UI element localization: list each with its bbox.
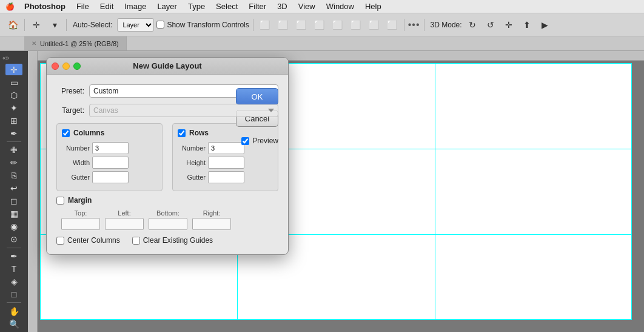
distribute-center-button[interactable]: ⬜ xyxy=(384,17,400,33)
distribute-left-button[interactable]: ⬜ xyxy=(366,17,382,33)
menu-help[interactable]: Help xyxy=(360,1,386,12)
toolbar-collapse[interactable]: «» xyxy=(0,53,28,63)
menu-type[interactable]: Type xyxy=(183,1,210,12)
tool-eyedropper[interactable]: ✒ xyxy=(5,127,22,139)
document-tab[interactable]: ✕ Untitled-1 @ 25% (RGB/8) xyxy=(24,36,127,50)
menu-layer[interactable]: Layer xyxy=(152,1,182,12)
align-center-h-button[interactable]: ⬜ xyxy=(275,17,291,33)
rows-height-input[interactable] xyxy=(208,157,244,169)
show-transform-checkbox[interactable] xyxy=(156,21,164,29)
menu-view[interactable]: View xyxy=(293,1,320,12)
close-icon[interactable]: ✕ xyxy=(32,40,36,47)
target-select[interactable]: Canvas xyxy=(89,104,278,117)
menu-edit[interactable]: Edit xyxy=(95,1,118,12)
move-tool-button[interactable]: ✛ xyxy=(29,17,44,33)
3d-slide-button[interactable]: ⬆ xyxy=(519,17,535,33)
align-right-button[interactable]: ⬜ xyxy=(293,17,309,33)
rows-checkbox[interactable] xyxy=(178,129,186,137)
tool-heal[interactable]: ✙ xyxy=(5,144,22,156)
apple-menu[interactable]: 🍎 xyxy=(5,2,15,12)
dialog-close-button[interactable] xyxy=(52,63,59,70)
preset-label: Preset: xyxy=(56,87,84,95)
target-row: Target: Canvas xyxy=(56,104,278,117)
preview-checkbox[interactable] xyxy=(241,137,249,145)
columns-checkbox[interactable] xyxy=(62,129,70,137)
margin-left-input[interactable] xyxy=(105,218,144,230)
margin-bottom-label: Bottom: xyxy=(156,209,179,217)
left-toolbar: «» ✛ ▭ ⬡ ✦ ⊞ ✒ ✙ ✏ ⎘ ↩ ◻ ▦ ◉ ⊙ ✒ T ◈ □ ✋… xyxy=(0,51,28,332)
sections-row: Columns Number Width Gutter xyxy=(56,123,278,191)
menu-select[interactable]: Select xyxy=(211,1,243,12)
columns-label[interactable]: Columns xyxy=(73,129,104,137)
align-bottom-button[interactable]: ⬜ xyxy=(348,17,364,33)
tool-dodge[interactable]: ⊙ xyxy=(5,234,22,245)
home-button[interactable]: 🏠 xyxy=(5,17,21,33)
tool-crop[interactable]: ⊞ xyxy=(5,115,22,126)
menu-image[interactable]: Image xyxy=(119,1,151,12)
dialog-minimize-button[interactable] xyxy=(62,63,70,70)
rows-gutter-input[interactable] xyxy=(208,171,244,183)
tool-shape[interactable]: □ xyxy=(5,288,22,300)
margin-top-input[interactable] xyxy=(61,218,100,230)
dialog-maximize-button[interactable] xyxy=(73,63,81,70)
rows-number-input[interactable] xyxy=(208,142,244,154)
clear-guides-label[interactable]: Clear Existing Guides xyxy=(132,236,213,245)
align-left-button[interactable]: ⬜ xyxy=(257,17,273,33)
tool-zoom[interactable]: 🔍 xyxy=(5,318,22,330)
rows-gutter-label: Gutter xyxy=(178,174,206,181)
menu-filter[interactable]: Filter xyxy=(244,1,271,12)
3d-rotate-button[interactable]: ↻ xyxy=(465,17,480,33)
move-dropdown[interactable]: ▾ xyxy=(47,17,62,33)
tool-history-brush[interactable]: ↩ xyxy=(5,183,22,194)
tool-magic-wand[interactable]: ✦ xyxy=(5,102,22,113)
menu-photoshop[interactable]: Photoshop xyxy=(19,1,70,12)
3d-scale-button[interactable]: ▶ xyxy=(537,17,553,33)
rows-number-label: Number xyxy=(178,144,206,152)
tool-eraser[interactable]: ◻ xyxy=(5,195,22,207)
tool-lasso[interactable]: ⬡ xyxy=(5,89,22,101)
more-options-button[interactable]: ••• xyxy=(408,19,420,30)
columns-gutter-input[interactable] xyxy=(92,171,129,183)
main-area: «» ✛ ▭ ⬡ ✦ ⊞ ✒ ✙ ✏ ⎘ ↩ ◻ ▦ ◉ ⊙ ✒ T ◈ □ ✋… xyxy=(0,51,644,332)
margin-right-label: Right: xyxy=(203,209,221,217)
margin-label[interactable]: Margin xyxy=(68,196,92,205)
3d-pan-button[interactable]: ✛ xyxy=(501,17,517,33)
tool-blur[interactable]: ◉ xyxy=(5,221,22,232)
toolbar-divider-1 xyxy=(24,19,25,31)
menu-file[interactable]: File xyxy=(72,1,94,12)
menu-window[interactable]: Window xyxy=(321,1,359,12)
align-center-v-button[interactable]: ⬜ xyxy=(330,17,346,33)
columns-width-input[interactable] xyxy=(92,157,129,169)
menu-3d[interactable]: 3D xyxy=(272,1,292,12)
dialog-overlay: New Guide Layout OK Cancel Preview xyxy=(28,51,644,332)
tool-hand[interactable]: ✋ xyxy=(5,305,22,317)
tool-path[interactable]: ◈ xyxy=(5,276,22,287)
columns-number-input[interactable] xyxy=(92,142,129,154)
ok-button[interactable]: OK xyxy=(236,88,278,105)
rows-label[interactable]: Rows xyxy=(189,129,209,137)
toolbar-divider-2 xyxy=(66,19,67,31)
tool-gradient[interactable]: ▦ xyxy=(5,208,22,220)
margin-bottom-input[interactable] xyxy=(149,218,187,230)
margin-checkbox[interactable] xyxy=(56,197,64,205)
margin-right-input[interactable] xyxy=(192,218,231,230)
show-transform-label[interactable]: Show Transform Controls xyxy=(156,21,249,29)
tool-type[interactable]: T xyxy=(5,263,22,274)
tool-brush[interactable]: ✏ xyxy=(5,157,22,169)
margin-bottom-field: Bottom: xyxy=(149,209,187,230)
tool-pen[interactable]: ✒ xyxy=(5,250,22,262)
preview-label[interactable]: Preview xyxy=(252,137,278,145)
align-top-button[interactable]: ⬜ xyxy=(312,17,327,33)
rows-gutter-row: Gutter xyxy=(178,171,273,183)
columns-number-label: Number xyxy=(62,144,90,152)
center-columns-checkbox[interactable] xyxy=(56,237,64,245)
tool-select-rect[interactable]: ▭ xyxy=(5,76,22,88)
layer-select[interactable]: Layer Group xyxy=(117,18,154,32)
tool-move[interactable]: ✛ xyxy=(5,64,22,75)
margin-top-label: Top: xyxy=(75,209,87,217)
margin-left-field: Left: xyxy=(105,209,144,230)
3d-roll-button[interactable]: ↺ xyxy=(483,17,498,33)
clear-guides-checkbox[interactable] xyxy=(132,237,140,245)
tool-clone[interactable]: ⎘ xyxy=(5,170,22,181)
center-columns-label[interactable]: Center Columns xyxy=(56,236,120,245)
